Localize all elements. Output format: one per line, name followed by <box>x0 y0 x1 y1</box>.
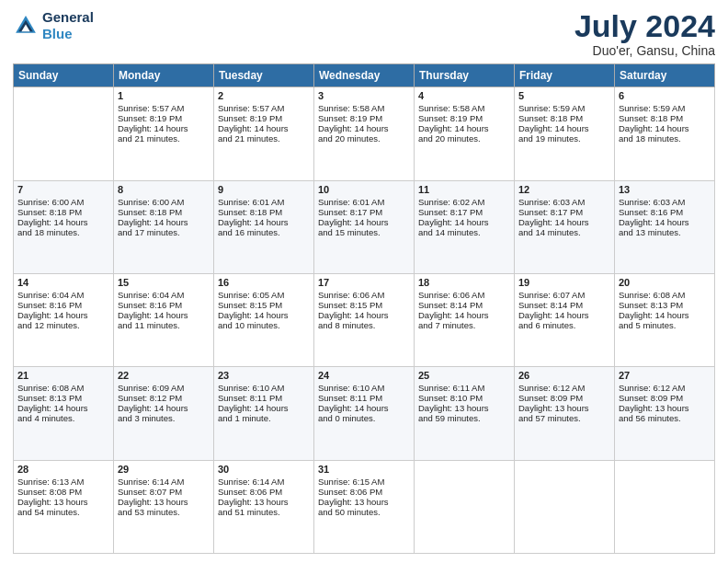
day-info-line: Sunset: 8:11 PM <box>318 393 410 403</box>
day-info-line: Daylight: 14 hours <box>17 403 109 413</box>
calendar-cell: 6Sunrise: 5:59 AMSunset: 8:18 PMDaylight… <box>615 87 715 180</box>
day-number: 29 <box>118 464 210 475</box>
day-info-line: Sunset: 8:19 PM <box>218 113 310 123</box>
day-info-line: Sunrise: 5:59 AM <box>619 103 711 113</box>
day-info-line: and 51 minutes. <box>218 507 310 517</box>
day-info-line: Sunset: 8:07 PM <box>118 487 210 497</box>
calendar-cell: 13Sunrise: 6:03 AMSunset: 8:16 PMDayligh… <box>615 180 715 273</box>
day-info-line: Daylight: 14 hours <box>518 123 610 133</box>
day-info-line: Sunrise: 6:11 AM <box>418 383 510 393</box>
day-number: 3 <box>318 90 410 101</box>
day-info-line: Sunrise: 6:03 AM <box>619 197 711 207</box>
day-number: 21 <box>17 370 109 381</box>
logo-line1: General <box>42 9 94 26</box>
week-row-5: 28Sunrise: 6:13 AMSunset: 8:08 PMDayligh… <box>14 460 715 553</box>
day-info-line: Daylight: 13 hours <box>218 497 310 507</box>
calendar-cell: 31Sunrise: 6:15 AMSunset: 8:06 PMDayligh… <box>314 460 415 553</box>
day-number: 26 <box>518 370 610 381</box>
day-info-line: Daylight: 14 hours <box>17 217 109 227</box>
day-number: 24 <box>318 370 410 381</box>
day-info-line: Sunset: 8:16 PM <box>17 300 109 310</box>
day-info-line: Daylight: 14 hours <box>118 403 210 413</box>
day-info-line: Sunrise: 6:14 AM <box>118 477 210 487</box>
day-info-line: Sunset: 8:11 PM <box>218 393 310 403</box>
day-number: 18 <box>418 277 510 288</box>
logo-line2: Blue <box>42 26 73 41</box>
day-info-line: and 13 minutes. <box>619 227 711 237</box>
day-info-line: Sunset: 8:08 PM <box>17 487 109 497</box>
day-info-line: Sunrise: 6:07 AM <box>518 290 610 300</box>
day-info-line: Sunrise: 5:58 AM <box>318 103 410 113</box>
day-info-line: Sunset: 8:19 PM <box>318 113 410 123</box>
day-info-line: Daylight: 14 hours <box>218 123 310 133</box>
calendar-cell: 5Sunrise: 5:59 AMSunset: 8:18 PMDaylight… <box>515 87 615 180</box>
day-info-line: and 14 minutes. <box>518 227 610 237</box>
day-info-line: and 59 minutes. <box>418 413 510 423</box>
day-number: 6 <box>619 90 711 101</box>
day-number: 5 <box>518 90 610 101</box>
day-info-line: Daylight: 14 hours <box>619 123 711 133</box>
day-info-line: Sunset: 8:09 PM <box>619 393 711 403</box>
day-info-line: Sunrise: 6:01 AM <box>218 197 310 207</box>
page: General Blue July 2024 Duo'er, Gansu, Ch… <box>0 0 728 563</box>
day-info-line: Daylight: 14 hours <box>619 310 711 320</box>
day-info-line: and 19 minutes. <box>518 133 610 144</box>
calendar-table: SundayMondayTuesdayWednesdayThursdayFrid… <box>13 63 715 554</box>
day-info-line: Daylight: 14 hours <box>17 310 109 320</box>
calendar-cell: 7Sunrise: 6:00 AMSunset: 8:18 PMDaylight… <box>14 180 114 273</box>
week-row-3: 14Sunrise: 6:04 AMSunset: 8:16 PMDayligh… <box>14 274 715 367</box>
day-info-line: Sunset: 8:14 PM <box>418 300 510 310</box>
day-info-line: Sunrise: 6:10 AM <box>318 383 410 393</box>
day-info-line: Sunrise: 6:00 AM <box>17 197 109 207</box>
calendar-cell: 3Sunrise: 5:58 AMSunset: 8:19 PMDaylight… <box>314 87 415 180</box>
calendar-cell: 11Sunrise: 6:02 AMSunset: 8:17 PMDayligh… <box>415 180 515 273</box>
day-number: 17 <box>318 277 410 288</box>
day-number: 22 <box>118 370 210 381</box>
day-number: 19 <box>518 277 610 288</box>
calendar-cell: 10Sunrise: 6:01 AMSunset: 8:17 PMDayligh… <box>314 180 415 273</box>
day-info-line: Daylight: 13 hours <box>318 497 410 507</box>
day-info-line: and 17 minutes. <box>118 227 210 237</box>
day-info-line: Sunrise: 6:14 AM <box>218 477 310 487</box>
day-info-line: Sunrise: 5:57 AM <box>218 103 310 113</box>
day-info-line: Sunrise: 6:03 AM <box>518 197 610 207</box>
day-info-line: Sunset: 8:09 PM <box>518 393 610 403</box>
weekday-header-wednesday: Wednesday <box>314 64 415 87</box>
day-info-line: Daylight: 14 hours <box>118 310 210 320</box>
day-info-line: Daylight: 14 hours <box>318 123 410 133</box>
weekday-header-tuesday: Tuesday <box>214 64 314 87</box>
day-info-line: and 15 minutes. <box>318 227 410 237</box>
day-info-line: and 16 minutes. <box>218 227 310 237</box>
day-number: 16 <box>218 277 310 288</box>
day-info-line: Daylight: 14 hours <box>318 310 410 320</box>
day-info-line: Sunrise: 6:13 AM <box>17 477 109 487</box>
day-number: 25 <box>418 370 510 381</box>
day-info-line: Sunset: 8:17 PM <box>418 207 510 217</box>
day-info-line: Sunset: 8:06 PM <box>218 487 310 497</box>
day-info-line: Sunset: 8:06 PM <box>318 487 410 497</box>
calendar-cell: 17Sunrise: 6:06 AMSunset: 8:15 PMDayligh… <box>314 274 415 367</box>
day-info-line: and 3 minutes. <box>118 413 210 423</box>
day-info-line: Sunset: 8:15 PM <box>318 300 410 310</box>
day-info-line: Sunrise: 6:10 AM <box>218 383 310 393</box>
calendar-cell: 24Sunrise: 6:10 AMSunset: 8:11 PMDayligh… <box>314 367 415 460</box>
day-info-line: and 54 minutes. <box>17 507 109 517</box>
day-info-line: Sunset: 8:19 PM <box>418 113 510 123</box>
day-number: 4 <box>418 90 510 101</box>
day-info-line: and 11 minutes. <box>118 320 210 330</box>
day-info-line: Sunrise: 6:12 AM <box>518 383 610 393</box>
day-number: 31 <box>318 464 410 475</box>
day-info-line: Sunrise: 6:15 AM <box>318 477 410 487</box>
day-info-line: Sunset: 8:17 PM <box>518 207 610 217</box>
day-info-line: and 5 minutes. <box>619 320 711 330</box>
day-number: 28 <box>17 464 109 475</box>
day-number: 27 <box>619 370 711 381</box>
weekday-header-monday: Monday <box>114 64 214 87</box>
day-info-line: Sunset: 8:10 PM <box>418 393 510 403</box>
calendar-cell <box>515 460 615 553</box>
day-info-line: Sunset: 8:18 PM <box>619 113 711 123</box>
day-info-line: Sunset: 8:18 PM <box>17 207 109 217</box>
week-row-2: 7Sunrise: 6:00 AMSunset: 8:18 PMDaylight… <box>14 180 715 273</box>
calendar-cell: 21Sunrise: 6:08 AMSunset: 8:13 PMDayligh… <box>14 367 114 460</box>
calendar-cell: 22Sunrise: 6:09 AMSunset: 8:12 PMDayligh… <box>114 367 214 460</box>
